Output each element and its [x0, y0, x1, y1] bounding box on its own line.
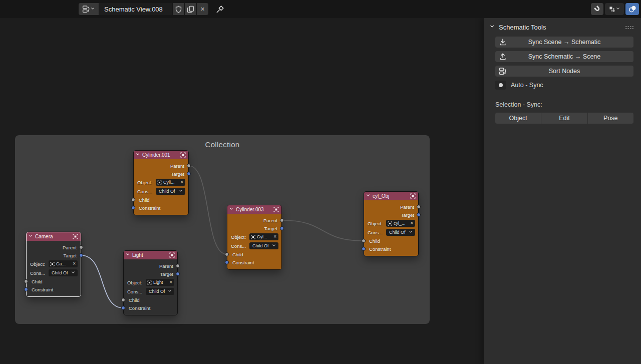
collapse-chevron-icon[interactable] [126, 253, 131, 257]
constraint-input-socket[interactable] [121, 306, 125, 310]
node-header[interactable]: Cylinder.003 [227, 205, 281, 214]
schematic-node[interactable]: Cylinder.001 Parent Target Object: Cyli.… [133, 150, 189, 215]
button-label: Sync Schematic → Scene [528, 53, 601, 60]
schematic-node[interactable]: Camera Parent Target Object: Ca... × [26, 232, 81, 297]
auto-sync-toggle[interactable] [495, 81, 506, 90]
collapse-chevron-icon[interactable] [136, 153, 141, 157]
object-value: Cyl... [257, 234, 272, 239]
constraint-row: Cons... Child Of [364, 228, 418, 237]
browse-schematic-button[interactable] [79, 3, 99, 15]
sync-scene-to-schematic-button[interactable]: Sync Scene → Schematic [495, 37, 633, 48]
object-picker-field[interactable]: Cyl... × [249, 233, 278, 240]
panel-drag-grip[interactable] [625, 26, 634, 30]
socket-label: Child [129, 297, 140, 303]
object-picker-field[interactable]: Light × [146, 279, 174, 286]
snap-options-dropdown[interactable] [605, 3, 624, 15]
object-field-label: Object: [127, 280, 145, 285]
schematic-name-field[interactable]: Schematic View.008 [99, 3, 172, 15]
sort-nodes-button[interactable]: Sort Nodes [495, 66, 633, 77]
unlink-data-button[interactable]: × [197, 3, 208, 15]
output-row-parent: Parent [27, 243, 81, 251]
collapse-chevron-icon[interactable] [29, 234, 34, 239]
node-header[interactable]: Camera [27, 232, 81, 241]
pin-button[interactable] [216, 3, 224, 15]
constraint-type-dropdown[interactable]: Child Of [146, 288, 174, 295]
selection-mode-object-button[interactable]: Object [495, 113, 541, 124]
constraint-field-label: Cons... [127, 289, 145, 294]
duplicate-data-button[interactable] [185, 3, 196, 15]
object-picker-field[interactable]: cyl_... × [386, 220, 415, 227]
snap-toggle-button[interactable] [591, 3, 603, 15]
socket-label: Parent [263, 218, 277, 223]
parent-output-socket[interactable] [187, 164, 191, 168]
target-output-socket[interactable] [176, 272, 180, 276]
chevron-down-icon [168, 289, 173, 294]
object-row: Object: Cyli... × [134, 178, 188, 187]
node-body: Parent Target Object: Cyli... × Cons... … [134, 159, 188, 215]
fake-user-button[interactable] [173, 3, 184, 15]
object-data-icon [251, 235, 255, 239]
node-title: Cylinder.001 [142, 152, 179, 158]
collapse-chevron-icon[interactable] [230, 207, 234, 212]
target-output-socket[interactable] [79, 253, 83, 257]
child-input-socket[interactable] [225, 252, 229, 256]
parent-output-socket[interactable] [176, 264, 180, 268]
constraint-type-dropdown[interactable]: Child Of [386, 229, 415, 236]
parent-output-socket[interactable] [417, 205, 421, 209]
clear-object-button[interactable]: × [73, 261, 76, 266]
constraint-type-dropdown[interactable]: Child Of [156, 188, 185, 195]
object-picker-field[interactable]: Ca... × [49, 260, 78, 267]
frame-label: Collection [15, 135, 430, 149]
constraint-input-socket[interactable] [131, 206, 135, 210]
panel-header-schematic-tools[interactable]: Schematic Tools [484, 18, 641, 35]
parent-output-socket[interactable] [280, 218, 284, 222]
schematic-node[interactable]: Light Parent Target Object: Light × [123, 250, 178, 315]
node-header[interactable]: cyl_Obj [364, 192, 418, 200]
object-value: Light [153, 280, 168, 285]
object-field-label: Object: [30, 261, 48, 267]
auto-sync-label: Auto - Sync [511, 82, 543, 89]
constraint-type-value: Child Of [252, 243, 272, 248]
constraint-input-socket[interactable] [362, 247, 366, 251]
constraint-input-socket[interactable] [225, 260, 229, 264]
schematic-node[interactable]: Cylinder.003 Parent Target Object: Cyl..… [227, 205, 282, 270]
clear-object-button[interactable]: × [273, 234, 276, 239]
target-output-socket[interactable] [187, 172, 191, 176]
clear-object-button[interactable]: × [180, 180, 183, 185]
target-output-socket[interactable] [280, 226, 284, 230]
collapse-chevron-icon[interactable] [367, 194, 371, 198]
output-row-target: Target [227, 224, 281, 232]
object-data-icon [147, 280, 152, 285]
output-row-parent: Parent [227, 216, 281, 224]
socket-label: Constraint [232, 260, 254, 265]
schematic-node[interactable]: cyl_Obj Parent Target Object: cyl_... × [364, 191, 419, 256]
pin-icon [216, 5, 224, 14]
constraint-input-socket[interactable] [24, 287, 28, 291]
object-data-icon [157, 180, 162, 185]
output-row-parent: Parent [364, 203, 418, 211]
selection-mode-edit-button[interactable]: Edit [541, 113, 587, 124]
node-tree-icon [82, 5, 90, 13]
sync-schematic-to-scene-button[interactable]: Sync Schematic → Scene [495, 51, 633, 62]
parent-output-socket[interactable] [79, 245, 83, 249]
object-value: Cyli... [163, 180, 179, 185]
object-value: cyl_... [394, 221, 409, 226]
constraint-type-dropdown[interactable]: Child Of [249, 242, 278, 249]
object-data-icon [273, 207, 279, 212]
clear-object-button[interactable]: × [410, 221, 413, 226]
child-input-socket[interactable] [362, 239, 366, 243]
clear-object-button[interactable]: × [169, 280, 172, 285]
constraint-row: Cons... Child Of [227, 241, 281, 250]
child-input-socket[interactable] [121, 298, 125, 302]
constraint-field-label: Cons... [231, 243, 248, 249]
object-picker-field[interactable]: Cyli... × [156, 179, 185, 186]
selection-mode-pose-button[interactable]: Pose [588, 113, 633, 124]
child-input-socket[interactable] [24, 279, 28, 283]
child-input-socket[interactable] [131, 198, 135, 202]
node-canvas[interactable]: Collection Cylinder.001 Parent Target Ob… [0, 18, 484, 364]
target-output-socket[interactable] [417, 213, 421, 217]
constraint-type-dropdown[interactable]: Child Of [49, 269, 78, 276]
overlays-toggle-button[interactable] [625, 3, 639, 15]
node-header[interactable]: Cylinder.001 [134, 151, 188, 159]
node-header[interactable]: Light [124, 251, 177, 259]
